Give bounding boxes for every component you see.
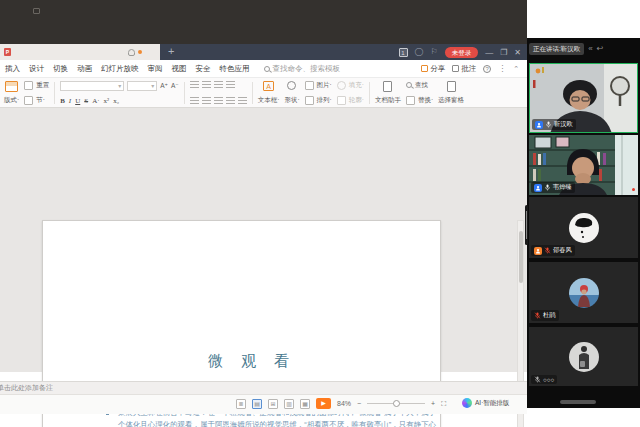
- new-tab-button[interactable]: +: [160, 44, 182, 60]
- comment-button[interactable]: 批注: [452, 64, 476, 74]
- search-placeholder: 查找命令、搜索模板: [273, 64, 341, 74]
- outline-button[interactable]: 轮廓·: [337, 96, 364, 105]
- ribbon-separator: [54, 82, 55, 104]
- textbox-button[interactable]: A 文本框·: [258, 81, 280, 105]
- collapse-panel-icon[interactable]: «: [588, 44, 592, 54]
- participants-scroll-indicator[interactable]: [560, 400, 596, 404]
- slide-title[interactable]: 微 观 看: [208, 352, 296, 371]
- menu-animation[interactable]: 动画: [77, 64, 92, 74]
- fit-slide-button[interactable]: ⛶: [441, 400, 446, 408]
- increase-indent-icon[interactable]: [226, 81, 235, 89]
- close-button[interactable]: ✕: [514, 48, 521, 57]
- help-button[interactable]: ?: [483, 65, 491, 73]
- menu-special-features[interactable]: 特色应用: [220, 64, 250, 74]
- menu-review[interactable]: 审阅: [148, 64, 163, 74]
- font-name-combo[interactable]: ▾: [60, 81, 124, 91]
- normal-view-button[interactable]: ▤: [252, 399, 262, 409]
- menu-security[interactable]: 安全: [196, 64, 211, 74]
- command-search-input[interactable]: 查找命令、搜索模板: [264, 64, 341, 74]
- page-number-icon[interactable]: 1: [399, 48, 408, 57]
- font-grow-button[interactable]: A⁺: [160, 82, 168, 90]
- font-size-combo[interactable]: ▾: [127, 81, 157, 91]
- ai-smart-layout-button[interactable]: AI·智能排版: [462, 398, 509, 408]
- collapse-ribbon-button[interactable]: ⌃: [513, 65, 519, 73]
- notes-toggle-icon[interactable]: ≣: [236, 399, 246, 409]
- shape-button[interactable]: 形状·: [284, 81, 299, 105]
- menu-transition[interactable]: 切换: [53, 64, 68, 74]
- menu-view[interactable]: 视图: [172, 64, 187, 74]
- participant-tile[interactable]: 韦烨臻: [529, 135, 638, 195]
- menu-slideshow[interactable]: 幻灯片放映: [101, 64, 139, 74]
- share-button[interactable]: 分享: [421, 64, 445, 74]
- search-icon: [264, 66, 270, 72]
- app-icon: [33, 8, 40, 14]
- align-center-icon[interactable]: [202, 97, 211, 105]
- zoom-level[interactable]: 84%: [337, 400, 351, 407]
- align-right-icon[interactable]: [214, 97, 223, 105]
- handout-view-button[interactable]: ▦: [300, 399, 310, 409]
- reading-view-button[interactable]: ▥: [284, 399, 294, 409]
- find-button[interactable]: 查找: [406, 81, 433, 90]
- menu-insert[interactable]: 插入: [5, 64, 20, 74]
- picture-button[interactable]: 图片·: [305, 81, 332, 90]
- decrease-indent-icon[interactable]: [214, 81, 223, 89]
- participant-tile[interactable]: ○○○: [529, 327, 638, 386]
- skin-icon[interactable]: ◯: [415, 47, 424, 57]
- bullet-list-icon[interactable]: [190, 81, 199, 89]
- arrange-button[interactable]: 排列·: [305, 96, 332, 105]
- notes-bar[interactable]: 单击此处添加备注: [0, 381, 527, 394]
- participant-tile[interactable]: 靳汉欧: [529, 63, 638, 133]
- login-button[interactable]: 未登录: [445, 47, 479, 58]
- play-slideshow-button[interactable]: ▶: [316, 398, 331, 409]
- slide-sorter-view-button[interactable]: ⊞: [268, 399, 278, 409]
- window-titlebar[interactable]: [0, 0, 527, 44]
- font-shrink-button[interactable]: A⁻: [171, 82, 179, 90]
- zoom-slider[interactable]: [367, 403, 425, 404]
- doc-assistant-button[interactable]: 文档助手: [375, 81, 401, 105]
- zoom-slider-knob[interactable]: [393, 400, 400, 407]
- fill-button[interactable]: 填充·: [337, 81, 364, 90]
- share-icon: [421, 65, 428, 72]
- mic-on-icon: [544, 184, 551, 191]
- align-left-icon[interactable]: [190, 97, 199, 105]
- notification-bell-icon[interactable]: ⚐: [430, 47, 437, 57]
- menu-bar: 插入 设计 切换 动画 幻灯片放映 审阅 视图 安全 特色应用 查找命令、搜索模…: [0, 60, 527, 78]
- selection-pane-button[interactable]: 选择窗格: [438, 81, 464, 105]
- conference-header: 正在讲话:靳汉欧 « ↩: [529, 43, 638, 55]
- conference-panel: 正在讲话:靳汉欧 « ↩ 靳汉欧: [527, 38, 640, 408]
- numbered-list-icon[interactable]: [202, 81, 211, 89]
- line-spacing-icon[interactable]: [238, 97, 247, 105]
- section-button[interactable]: 节·: [24, 96, 49, 105]
- zoom-in-button[interactable]: +: [431, 400, 435, 407]
- superscript-button[interactable]: x²: [104, 97, 110, 105]
- replace-button[interactable]: 替换·: [406, 96, 433, 105]
- participant-name: 杜鹃: [543, 311, 556, 320]
- ai-icon: [462, 398, 472, 408]
- bold-button[interactable]: B: [60, 97, 65, 105]
- document-tab[interactable]: P: [0, 44, 160, 60]
- participant-tile[interactable]: 杜鹃: [529, 262, 638, 323]
- mic-on-icon: [545, 121, 552, 128]
- vertical-scrollbar-thumb[interactable]: [519, 231, 523, 283]
- unsaved-dot-icon: [138, 50, 142, 54]
- justify-icon[interactable]: [226, 97, 235, 105]
- fill-icon: [337, 81, 346, 90]
- ribbon-separator: [369, 82, 370, 104]
- italic-button[interactable]: I: [69, 97, 71, 105]
- font-color-button[interactable]: A·: [92, 97, 99, 105]
- zoom-out-button[interactable]: −: [357, 400, 361, 407]
- ribbon-toolbar: 版式· 重置 节· ▾ ▾ A⁺ A⁻ B I U S A· x² x₂: [0, 78, 527, 108]
- participant-tile[interactable]: 邵春风: [529, 197, 638, 258]
- panel-collapse-handle[interactable]: [525, 205, 528, 245]
- menu-design[interactable]: 设计: [29, 64, 44, 74]
- reset-icon: [24, 81, 33, 90]
- subscript-button[interactable]: x₂: [113, 97, 119, 105]
- strikethrough-button[interactable]: S: [84, 97, 88, 105]
- maximize-button[interactable]: ❐: [500, 48, 507, 57]
- underline-button[interactable]: U: [75, 97, 80, 105]
- layout-button[interactable]: 版式·: [4, 81, 19, 105]
- reset-button[interactable]: 重置: [24, 81, 49, 90]
- more-menu-button[interactable]: ⋮: [498, 64, 506, 73]
- minimize-button[interactable]: —: [485, 48, 493, 57]
- back-to-share-icon[interactable]: ↩: [597, 44, 604, 54]
